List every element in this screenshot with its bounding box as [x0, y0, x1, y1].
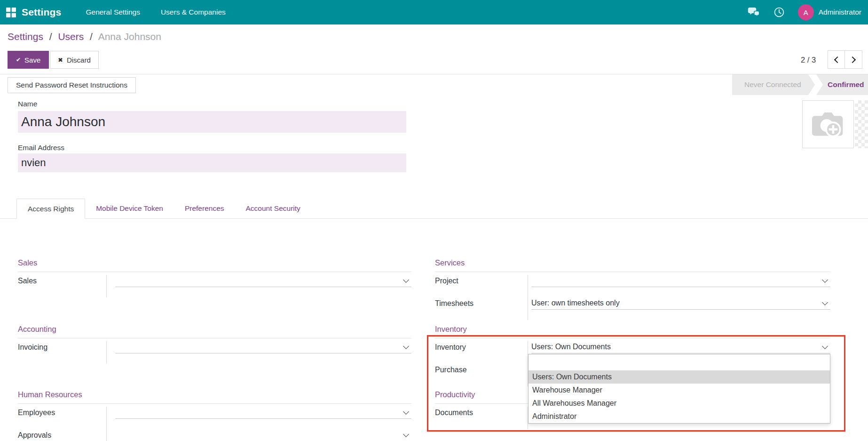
- tab-mobile-device-token[interactable]: Mobile Device Token: [85, 199, 174, 219]
- name-input[interactable]: Anna Johnson: [18, 111, 406, 133]
- field-label-approvals: Approvals: [18, 429, 107, 441]
- breadcrumb-current-record: Anna Johnson: [98, 31, 161, 42]
- pager-previous-button[interactable]: [828, 50, 845, 69]
- save-button-label: Save: [24, 56, 40, 64]
- field-label-purchase: Purchase: [435, 364, 528, 386]
- user-name: Administrator: [819, 8, 861, 16]
- field-label-documents: Documents: [435, 407, 528, 429]
- section-services: Services Project Timesheets User: own ti…: [435, 258, 830, 320]
- profile-photo-upload[interactable]: [802, 100, 854, 148]
- dropdown-option-users-own-documents[interactable]: Users: Own Documents: [529, 370, 830, 384]
- select-sales[interactable]: [115, 275, 411, 287]
- chevron-down-icon: [403, 409, 409, 415]
- section-human-resources: Human Resources Employees Approvals: [18, 390, 411, 441]
- chevron-left-icon: [834, 56, 840, 63]
- chevron-down-icon: [403, 343, 409, 349]
- statusbar: Never Connected Confirmed: [732, 74, 868, 95]
- select-timesheets[interactable]: User: own timesheets only: [531, 297, 830, 310]
- top-navbar: Settings General Settings Users & Compan…: [0, 0, 868, 24]
- notebook-tabs: Access Rights Mobile Device Token Prefer…: [0, 199, 868, 219]
- inventory-dropdown: Users: Own Documents Warehouse Manager A…: [528, 354, 830, 424]
- field-label-inventory: Inventory: [435, 341, 528, 364]
- transparency-checker: [855, 100, 868, 148]
- section-title: Accounting: [18, 324, 411, 338]
- status-confirmed[interactable]: Confirmed: [816, 74, 868, 95]
- chevron-down-icon: [822, 277, 828, 283]
- section-title: Sales: [18, 258, 411, 272]
- field-label-project: Project: [435, 275, 528, 297]
- dropdown-option-warehouse-manager[interactable]: Warehouse Manager: [529, 384, 830, 397]
- select-invoicing[interactable]: [115, 341, 411, 353]
- section-title: Inventory: [435, 324, 830, 338]
- nav-item-general-settings[interactable]: General Settings: [86, 8, 140, 16]
- breadcrumb: Settings / Users / Anna Johnson: [8, 31, 161, 42]
- messages-icon[interactable]: [747, 7, 760, 18]
- select-project[interactable]: [531, 275, 830, 287]
- breadcrumb-separator: /: [49, 31, 52, 42]
- select-inventory[interactable]: Users: Own Documents: [531, 341, 830, 353]
- app-title[interactable]: Settings: [22, 7, 61, 18]
- field-label-timesheets: Timesheets: [435, 297, 528, 320]
- activity-clock-icon[interactable]: [773, 7, 786, 18]
- pager-next-button[interactable]: [845, 50, 862, 69]
- record-pager-count: 2 / 3: [801, 51, 816, 69]
- breadcrumb-settings[interactable]: Settings: [8, 31, 43, 42]
- record-pager: [828, 50, 862, 69]
- breadcrumb-users[interactable]: Users: [58, 31, 84, 42]
- dropdown-blank-option[interactable]: [529, 354, 830, 370]
- chevron-down-icon: [403, 431, 409, 437]
- dropdown-option-all-warehouses-manager[interactable]: All Warehouses Manager: [529, 397, 830, 410]
- check-icon: ✔: [16, 56, 21, 63]
- name-field-label: Name: [18, 100, 37, 108]
- discard-button[interactable]: ✖ Discard: [50, 51, 99, 69]
- chevron-down-icon: [822, 299, 828, 305]
- field-label-employees: Employees: [18, 407, 107, 429]
- select-employees[interactable]: [115, 407, 411, 419]
- tab-access-rights[interactable]: Access Rights: [16, 199, 85, 219]
- select-approvals[interactable]: [115, 429, 411, 441]
- close-icon: ✖: [58, 56, 63, 64]
- send-password-reset-button[interactable]: Send Password Reset Instructions: [8, 77, 136, 93]
- field-label-invoicing: Invoicing: [18, 341, 107, 364]
- camera-add-icon: [811, 110, 845, 138]
- select-value: User: own timesheets only: [531, 299, 620, 307]
- chevron-down-icon: [822, 343, 828, 349]
- tab-account-security[interactable]: Account Security: [235, 199, 311, 219]
- user-avatar: A: [798, 4, 814, 20]
- section-sales: Sales Sales: [18, 258, 411, 297]
- chevron-right-icon: [849, 56, 856, 63]
- email-input[interactable]: nvien: [18, 153, 406, 172]
- discard-button-label: Discard: [67, 56, 91, 64]
- select-value: Users: Own Documents: [531, 343, 611, 351]
- tab-preferences[interactable]: Preferences: [174, 199, 235, 219]
- section-title: Services: [435, 258, 830, 272]
- user-menu[interactable]: A Administrator: [798, 4, 861, 20]
- dropdown-option-administrator[interactable]: Administrator: [529, 410, 830, 423]
- breadcrumb-separator: /: [90, 31, 93, 42]
- apps-grid-icon[interactable]: [0, 0, 22, 24]
- nav-item-users-companies[interactable]: Users & Companies: [161, 8, 226, 16]
- section-accounting: Accounting Invoicing: [18, 324, 411, 364]
- field-label-sales: Sales: [18, 275, 107, 297]
- section-title: Human Resources: [18, 390, 411, 404]
- status-never-connected[interactable]: Never Connected: [732, 74, 815, 95]
- chevron-down-icon: [403, 277, 409, 283]
- save-button[interactable]: ✔ Save: [8, 51, 49, 69]
- email-field-label: Email Address: [18, 144, 64, 152]
